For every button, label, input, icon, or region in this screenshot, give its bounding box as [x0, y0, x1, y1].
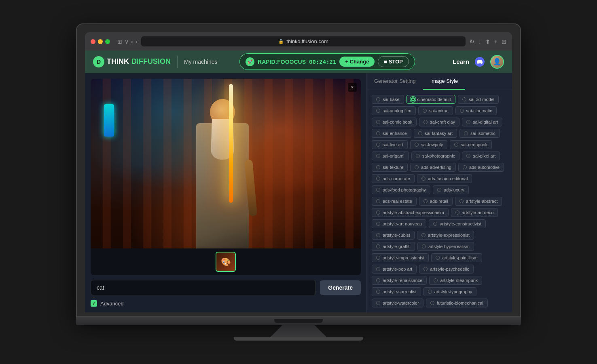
machine-pill: 🚀 RAPID:FOOOCUS 00:24:21 + Change ■ STOP — [239, 53, 415, 70]
style-radio-ads-real-estate — [376, 199, 380, 203]
style-tag-artstyle-surrealist[interactable]: artstyle-surrealist — [372, 287, 421, 296]
style-radio-sai-digital-art — [466, 120, 470, 124]
style-tag-artstyle-typography[interactable]: artstyle-typography — [423, 287, 477, 296]
style-tag-sai-line-art[interactable]: sai-line art — [372, 140, 408, 149]
user-avatar[interactable]: 👤 — [490, 55, 504, 69]
style-tag-artstyle-impressionist[interactable]: artstyle-impressionist — [372, 253, 429, 262]
style-tag-artstyle-art-deco[interactable]: artstyle-art deco — [451, 208, 498, 217]
style-tag-artstyle-cubist[interactable]: artstyle-cubist — [372, 231, 415, 240]
stop-button[interactable]: ■ STOP — [378, 56, 409, 67]
style-tag-sai-pixel-art[interactable]: sai-pixel art — [462, 151, 500, 160]
style-tag-artstyle-steampunk[interactable]: artstyle-steampunk — [429, 276, 482, 285]
browser-right-icons: ↻ ↓ ⬆ + ⊞ — [470, 38, 506, 45]
lightsaber-glow — [229, 84, 233, 203]
close-image-button[interactable]: × — [348, 83, 357, 92]
address-bar[interactable]: 🔒 thinkdiffusion.com — [141, 36, 465, 46]
style-tag-sai-3d-model[interactable]: sai-3d-model — [458, 95, 499, 104]
download-icon[interactable]: ↓ — [478, 38, 481, 45]
style-tag-artstyle-hyperrealism[interactable]: artstyle-hyperrealism — [417, 242, 474, 251]
logo-icon: D — [93, 56, 104, 67]
style-tag-sai-origami[interactable]: sai-origami — [372, 151, 409, 160]
back-icon[interactable]: ‹ — [131, 38, 133, 45]
style-radio-sai-cinematic — [460, 109, 464, 113]
style-tag-sai-fantasy-art[interactable]: sai-fantasy art — [414, 129, 457, 138]
generate-button[interactable]: Generate — [320, 280, 361, 295]
style-tag-sai-photographic[interactable]: sai-photographic — [411, 151, 459, 160]
share-icon[interactable]: ⬆ — [485, 38, 490, 45]
style-tag-artstyle-pointillism[interactable]: artstyle-pointillism — [431, 253, 482, 262]
advanced-row: ✓ Advanced — [91, 300, 361, 307]
style-label-artstyle-steampunk: artstyle-steampunk — [440, 278, 478, 283]
reload-icon[interactable]: ↻ — [470, 38, 474, 45]
style-tag-ads-luxury[interactable]: ads-luxury — [433, 185, 469, 194]
style-radio-artstyle-constructivist — [433, 222, 437, 226]
url-text: thinkdiffusion.com — [286, 38, 328, 44]
style-tag-sai-cinematic[interactable]: sai-cinematic — [455, 106, 497, 115]
style-label-sai-enhance: sai-enhance — [383, 131, 407, 136]
tab-generator-setting[interactable]: Generator Setting — [367, 73, 423, 90]
style-tag-cinematic-default[interactable]: cinematic-default — [406, 95, 455, 104]
discord-icon[interactable] — [475, 57, 485, 67]
new-tab-icon[interactable]: + — [494, 38, 498, 45]
minimize-window-dot[interactable] — [98, 39, 103, 44]
style-label-ads-automotive: ads-automotive — [469, 165, 500, 170]
prompt-input[interactable] — [91, 280, 316, 295]
learn-link[interactable]: Learn — [453, 58, 469, 65]
style-tag-ads-automotive[interactable]: ads-automotive — [458, 163, 504, 172]
style-tag-sai-analog-film[interactable]: sai-analog film — [372, 106, 416, 115]
style-label-artstyle-pointillism: artstyle-pointillism — [442, 255, 477, 260]
my-machines-link[interactable]: My machines — [184, 59, 217, 65]
style-tag-sai-digital-art[interactable]: sai-digital art — [462, 118, 502, 126]
grid-icon[interactable]: ⊞ — [502, 38, 506, 45]
style-tag-artstyle-abstract[interactable]: artstyle-abstract — [455, 197, 502, 206]
tab-image-style[interactable]: Image Style — [423, 73, 466, 90]
maximize-window-dot[interactable] — [105, 39, 110, 44]
style-tag-ads-real-estate[interactable]: ads-real estate — [372, 197, 417, 206]
style-tag-artstyle-abstract-expressionism[interactable]: artstyle-abstract expressionism — [372, 208, 449, 217]
style-tag-ads-retail[interactable]: ads-retail — [419, 197, 453, 206]
style-tag-artstyle-watercolor[interactable]: artstyle-watercolor — [372, 299, 423, 307]
style-tag-artstyle-renaissance[interactable]: artstyle-renaissance — [372, 276, 427, 285]
input-row: Generate — [91, 280, 361, 295]
style-tag-sai-lowpoly[interactable]: sai-lowpoly — [410, 140, 447, 149]
style-tag-sai-texture[interactable]: sai-texture — [372, 163, 408, 172]
neon-blue-element — [104, 104, 114, 137]
style-radio-sai-analog-film — [376, 109, 380, 113]
style-tag-sai-neonpunk[interactable]: sai-neonpunk — [450, 140, 492, 149]
style-tag-ads-advertising[interactable]: ads-advertising — [410, 163, 456, 172]
style-radio-sai-texture — [376, 165, 380, 169]
style-tag-futuristic-biomechanical[interactable]: futuristic-biomechanical — [426, 299, 488, 307]
style-tag-sai-anime[interactable]: sai-anime — [418, 106, 453, 115]
style-label-sai-anime: sai-anime — [429, 108, 449, 113]
style-tag-artstyle-psychedelic[interactable]: artstyle-psychedelic — [419, 265, 474, 274]
style-tag-ads-food-photography[interactable]: ads-food photography — [372, 185, 430, 194]
style-tag-artstyle-pop-art[interactable]: artstyle-pop art — [372, 265, 417, 274]
machine-name: RAPID:FOOOCUS — [258, 59, 306, 65]
image-thumbnail[interactable]: 🎨 — [216, 252, 236, 272]
style-radio-ads-fashion-editorial — [421, 177, 426, 181]
style-label-sai-cinematic: sai-cinematic — [466, 108, 492, 113]
advanced-checkbox[interactable]: ✓ — [91, 300, 97, 307]
style-tag-artstyle-art-nouveau[interactable]: artstyle-art nouveau — [372, 219, 426, 228]
app-header: D THINKDIFFUSION My machines 🚀 RAPID:FOO… — [85, 50, 512, 73]
chevron-down-icon[interactable]: ∨ — [125, 38, 129, 45]
style-label-sai-neonpunk: sai-neonpunk — [461, 142, 487, 147]
style-tag-ads-fashion-editorial[interactable]: ads-fashion editorial — [417, 174, 472, 183]
close-window-dot[interactable] — [91, 39, 95, 44]
style-tag-artstyle-constructivist[interactable]: artstyle-constructivist — [429, 219, 486, 228]
style-tag-ads-corporate[interactable]: ads-corporate — [372, 174, 415, 183]
style-tag-sai-base[interactable]: sai-base — [372, 95, 404, 104]
style-tag-sai-comic-book[interactable]: sai-comic book — [372, 118, 417, 126]
style-tag-sai-enhance[interactable]: sai-enhance — [372, 129, 411, 138]
style-tag-artstyle-expressionist[interactable]: artstyle-expressionist — [417, 231, 474, 240]
checkbox-checkmark: ✓ — [92, 301, 96, 306]
style-tag-artstyle-graffiti[interactable]: artstyle-graffiti — [372, 242, 415, 251]
style-label-artstyle-surrealist: artstyle-surrealist — [383, 289, 417, 294]
style-tag-sai-isometric[interactable]: sai-isometric — [459, 129, 500, 138]
laptop-stand — [258, 325, 339, 337]
header-right: Learn 👤 — [453, 55, 504, 69]
sidebar-toggle-icon[interactable]: ⊞ — [117, 38, 122, 45]
change-button[interactable]: + Change — [339, 57, 375, 67]
forward-icon[interactable]: › — [135, 38, 138, 45]
style-tag-sai-craft-clay[interactable]: sai-craft clay — [419, 118, 459, 126]
